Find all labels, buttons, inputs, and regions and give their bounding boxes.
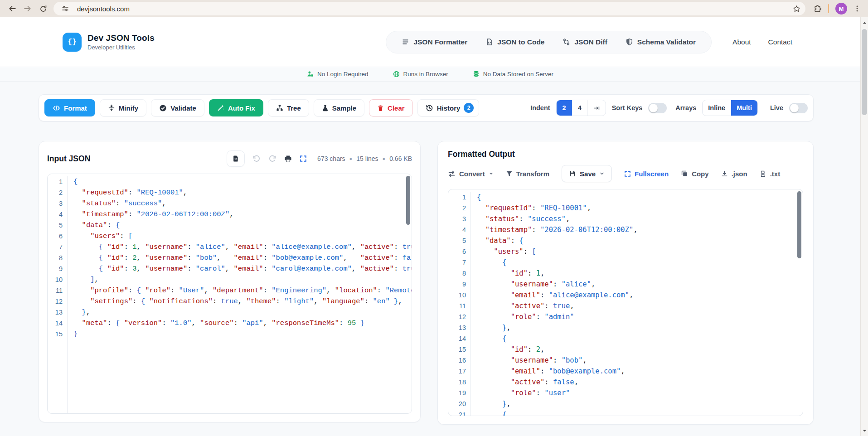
- history-button[interactable]: History 2: [417, 99, 480, 116]
- address-bar[interactable]: devjsontools.com: [53, 2, 805, 15]
- output-editor-scrollbar[interactable]: [797, 191, 802, 414]
- magic-wand-icon: [217, 104, 224, 111]
- minify-button[interactable]: Minify: [100, 99, 146, 116]
- browser-reload-icon[interactable]: [36, 2, 50, 15]
- shield-icon: [626, 38, 633, 46]
- output-scroll-thumb[interactable]: [797, 191, 801, 258]
- input-fullscreen-button[interactable]: [300, 155, 307, 162]
- browser-forward-icon[interactable]: [21, 2, 34, 15]
- toolbar-buttons: Format Minify Validate Auto Fix Tree: [44, 99, 479, 116]
- import-file-button[interactable]: [227, 150, 245, 167]
- nav-json-diff[interactable]: JSON Diff: [563, 38, 607, 46]
- collapse-arrows-icon: [108, 104, 115, 111]
- arrays-multi-option[interactable]: Multi: [731, 100, 757, 116]
- sample-button[interactable]: Sample: [314, 99, 364, 116]
- indent-label: Indent: [530, 104, 550, 111]
- flask-icon: [322, 105, 329, 111]
- download-icon: [721, 170, 728, 177]
- save-button[interactable]: Save: [562, 165, 612, 182]
- scrollbar-down-icon[interactable]: [861, 427, 868, 434]
- text-file-icon: [760, 170, 766, 177]
- convert-button[interactable]: Convert: [448, 170, 494, 178]
- redo-icon: [268, 155, 276, 163]
- app-logo: {}: [63, 33, 82, 52]
- undo-button[interactable]: [252, 155, 261, 163]
- menu-kebab-icon[interactable]: [851, 2, 863, 15]
- live-label: Live: [770, 104, 783, 111]
- tree-button[interactable]: Tree: [268, 99, 309, 116]
- line-count: 15 lines: [356, 155, 378, 162]
- site-settings-icon[interactable]: [59, 2, 72, 15]
- scrollbar-thumb[interactable]: [862, 29, 867, 115]
- print-button[interactable]: [284, 155, 292, 163]
- import-file-icon: [232, 155, 239, 162]
- funnel-icon: [506, 170, 513, 177]
- undo-icon: [252, 155, 261, 163]
- indent-2-option[interactable]: 2: [557, 100, 572, 116]
- git-compare-icon: [563, 38, 570, 46]
- history-clock-icon: [426, 104, 433, 112]
- trust-label: No Login Required: [317, 71, 369, 78]
- extensions-icon[interactable]: [811, 2, 824, 15]
- toggle-knob: [790, 104, 799, 112]
- output-editor[interactable]: 123456789101112131415161718192021 { "req…: [448, 189, 803, 416]
- download-txt-button[interactable]: .txt: [760, 170, 781, 178]
- output-code-area[interactable]: { "requestId": "REQ-10001", "status": "s…: [471, 192, 803, 416]
- output-fullscreen-button[interactable]: Fullscreen: [624, 170, 669, 178]
- code-brackets-icon: [53, 104, 60, 112]
- database-icon: [473, 71, 480, 78]
- nav-schema-validator[interactable]: Schema Validator: [626, 38, 696, 46]
- url-text[interactable]: devjsontools.com: [77, 5, 130, 13]
- app-title: Dev JSON Tools: [87, 33, 155, 43]
- link-contact[interactable]: Contact: [768, 38, 792, 46]
- format-button[interactable]: Format: [44, 99, 95, 116]
- arrays-inline-option[interactable]: Inline: [703, 100, 731, 116]
- check-circle-icon: [159, 104, 167, 112]
- input-stats: 673 chars ● 15 lines ● 0.66 KB: [317, 155, 412, 162]
- toolbar-controls: Indent 2 4 Sort Keys Arrays Inline Multi…: [530, 100, 808, 116]
- globe-icon: [393, 71, 400, 78]
- char-count: 673 chars: [317, 155, 345, 162]
- profile-avatar[interactable]: M: [835, 3, 847, 15]
- indent-tab-option[interactable]: [587, 100, 606, 116]
- printer-icon: [284, 155, 292, 163]
- transform-button[interactable]: Transform: [506, 170, 549, 178]
- browser-back-icon[interactable]: [5, 2, 19, 15]
- sort-keys-toggle[interactable]: [648, 103, 667, 113]
- chevron-down-icon: [599, 171, 605, 176]
- input-editor-scrollbar[interactable]: [406, 176, 411, 412]
- input-scroll-thumb[interactable]: [406, 176, 410, 225]
- copy-button[interactable]: Copy: [681, 170, 709, 178]
- page-scrollbar[interactable]: [860, 17, 868, 436]
- scrollbar-up-icon[interactable]: [861, 19, 868, 26]
- action-toolbar: Format Minify Validate Auto Fix Tree: [39, 94, 814, 121]
- redo-button[interactable]: [268, 155, 276, 163]
- brand: {} Dev JSON Tools Developer Utilities: [63, 33, 155, 52]
- nav-json-formatter[interactable]: JSON Formatter: [402, 38, 467, 46]
- trust-bar: No Login Required Runs in Browser No Dat…: [0, 67, 860, 82]
- nav-label: Schema Validator: [637, 38, 696, 46]
- site-header: {} Dev JSON Tools Developer Utilities JS…: [0, 17, 860, 67]
- dot-separator: ●: [383, 156, 386, 161]
- input-code-area[interactable]: { "requestId": "REQ-10001", "status": "s…: [68, 176, 412, 413]
- tree-icon: [276, 104, 283, 111]
- validate-button[interactable]: Validate: [151, 99, 204, 116]
- input-panel-title: Input JSON: [47, 154, 90, 164]
- autofix-button[interactable]: Auto Fix: [209, 99, 263, 116]
- live-toggle[interactable]: [789, 103, 808, 113]
- input-editor[interactable]: 123456789101112131415 { "requestId": "RE…: [47, 174, 412, 414]
- output-panel-title: Formatted Output: [448, 150, 803, 159]
- link-about[interactable]: About: [732, 38, 751, 46]
- list-lines-icon: [402, 38, 409, 46]
- download-json-button[interactable]: .json: [721, 170, 747, 178]
- indent-4-option[interactable]: 4: [572, 100, 587, 116]
- nav-label: JSON Formatter: [413, 38, 467, 46]
- bookmark-star-icon[interactable]: [790, 2, 803, 15]
- nav-json-to-code[interactable]: JSON to Code: [485, 38, 544, 46]
- controls-divider: [764, 102, 764, 114]
- fullscreen-icon: [624, 170, 631, 177]
- user-lock-icon: [307, 71, 314, 78]
- trust-no-data-stored: No Data Stored on Server: [473, 71, 553, 78]
- output-toolbar: Convert Transform Save Fullscreen: [448, 165, 803, 182]
- clear-button[interactable]: Clear: [369, 99, 413, 116]
